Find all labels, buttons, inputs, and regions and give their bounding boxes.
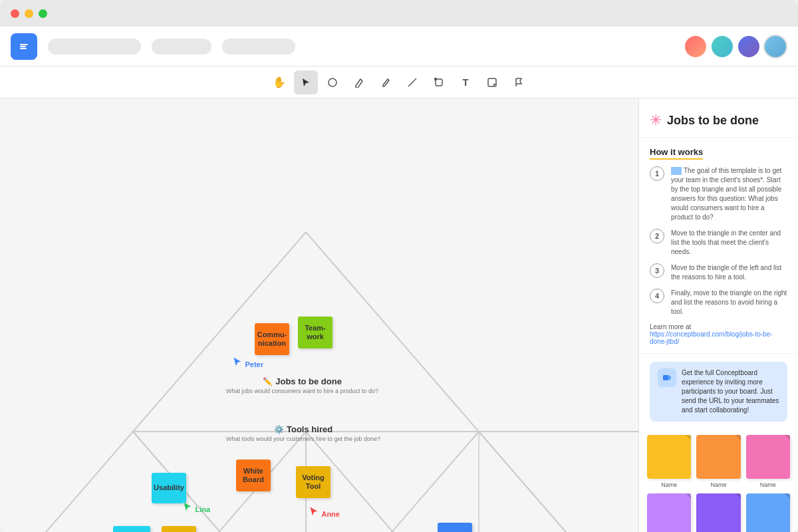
promo-box: Get the full Conceptboard experience by … bbox=[650, 362, 787, 422]
step-4: 4 Finally, move to the triangle on the r… bbox=[650, 289, 787, 317]
title-bar bbox=[0, 0, 798, 27]
sticky-whiteboard[interactable]: White Board bbox=[236, 460, 271, 491]
maximize-button[interactable] bbox=[39, 9, 47, 18]
learn-more-link[interactable]: Learn more at https://conceptboard.com/b… bbox=[650, 323, 787, 345]
select-tool[interactable] bbox=[294, 70, 318, 94]
sticky-sample-violet[interactable] bbox=[696, 493, 740, 532]
sticky-sample-group-4: Name bbox=[647, 493, 691, 532]
logo[interactable] bbox=[11, 33, 37, 60]
step-3: 3 Move to the triangle of the left and l… bbox=[650, 263, 787, 282]
line-tool[interactable] bbox=[400, 70, 424, 94]
sticky-sample-group-1: Name bbox=[647, 435, 691, 488]
canvas[interactable]: ✏️ Jobs to be done What jobs would consu… bbox=[0, 98, 638, 532]
header-avatars bbox=[684, 35, 787, 59]
sticky-sample-group-2: Name bbox=[696, 435, 740, 488]
collaborate-pill[interactable] bbox=[222, 39, 295, 55]
cursor-anne: Anne bbox=[309, 506, 340, 519]
avatar-2 bbox=[710, 35, 734, 59]
sticky-sample-group-5: Name bbox=[696, 493, 740, 532]
sticky-sample-light-purple[interactable] bbox=[647, 493, 691, 532]
cursor-lina: Lina bbox=[183, 501, 210, 515]
flag-tool[interactable] bbox=[507, 70, 531, 94]
promo-icon bbox=[658, 368, 676, 387]
avatar-1 bbox=[684, 35, 708, 59]
marker-tool[interactable] bbox=[374, 70, 398, 94]
toolbar: ✋ T bbox=[0, 66, 798, 98]
svg-line-2 bbox=[408, 78, 416, 86]
panel-header: ✳ Jobs to be done bbox=[639, 98, 798, 138]
sticky-sample-group-3: Name bbox=[746, 435, 790, 488]
sticky-sample-pink[interactable] bbox=[746, 435, 790, 479]
pen-tool[interactable] bbox=[347, 70, 371, 94]
sticky-teamwork[interactable]: Team-work bbox=[298, 317, 332, 348]
star-icon: ✳ bbox=[650, 112, 662, 129]
cursor-peter: Peter bbox=[233, 356, 263, 370]
sticky-sample-orange[interactable] bbox=[696, 435, 740, 479]
sticky-voting[interactable]: Voting Tool bbox=[296, 466, 331, 498]
svg-marker-17 bbox=[668, 375, 671, 380]
sticky-better-quality[interactable]: Better quality bbox=[113, 526, 150, 532]
sticky-cost[interactable]: Cost bbox=[438, 523, 472, 532]
text-tool[interactable]: T bbox=[454, 70, 477, 94]
shape-tool[interactable] bbox=[427, 70, 451, 94]
sticky-sample-yellow[interactable] bbox=[647, 435, 691, 479]
hand-tool[interactable]: ✋ bbox=[267, 70, 291, 94]
sticky-communication[interactable]: Commu-nication bbox=[255, 323, 289, 355]
sticky-saving-time[interactable]: Saving time bbox=[162, 526, 196, 532]
close-button[interactable] bbox=[11, 9, 19, 18]
panel-title: Jobs to be done bbox=[667, 114, 759, 128]
sticky-tool[interactable] bbox=[480, 70, 504, 94]
svg-point-1 bbox=[329, 78, 336, 86]
how-it-works-heading: How it works bbox=[650, 147, 703, 160]
eraser-tool[interactable] bbox=[321, 70, 344, 94]
how-it-works-section: How it works 1 The goal of this template… bbox=[639, 138, 798, 354]
avatar-4 bbox=[763, 35, 787, 59]
share-pill[interactable] bbox=[152, 39, 211, 55]
jobs-label: ✏️ Jobs to be done What jobs would consu… bbox=[226, 376, 378, 394]
main-content: ✏️ Jobs to be done What jobs would consu… bbox=[0, 98, 798, 532]
step-1: 1 The goal of this template is to get yo… bbox=[650, 166, 787, 222]
app-window: ✋ T bbox=[0, 0, 798, 532]
tools-label: ⚙️ Tools hired What tools would your cus… bbox=[226, 424, 380, 442]
sticky-sample-group-6: Name bbox=[746, 493, 790, 532]
right-panel: ✳ Jobs to be done How it works 1 The goa… bbox=[638, 98, 798, 532]
sticky-samples-grid: Name Name Name Name Name bbox=[639, 430, 798, 532]
sticky-usability[interactable]: Usability bbox=[152, 473, 186, 503]
board-name-pill[interactable] bbox=[48, 39, 141, 55]
svg-rect-4 bbox=[434, 78, 437, 80]
svg-marker-10 bbox=[479, 432, 638, 532]
svg-marker-11 bbox=[306, 432, 638, 532]
minimize-button[interactable] bbox=[25, 9, 33, 18]
svg-rect-5 bbox=[488, 78, 496, 86]
promo-text: Get the full Conceptboard experience by … bbox=[682, 368, 779, 415]
header bbox=[0, 27, 798, 66]
avatar-3 bbox=[737, 35, 761, 59]
step-2: 2 Move to the triangle in the center and… bbox=[650, 229, 787, 257]
sticky-sample-blue[interactable] bbox=[746, 493, 790, 532]
svg-rect-16 bbox=[663, 375, 668, 380]
